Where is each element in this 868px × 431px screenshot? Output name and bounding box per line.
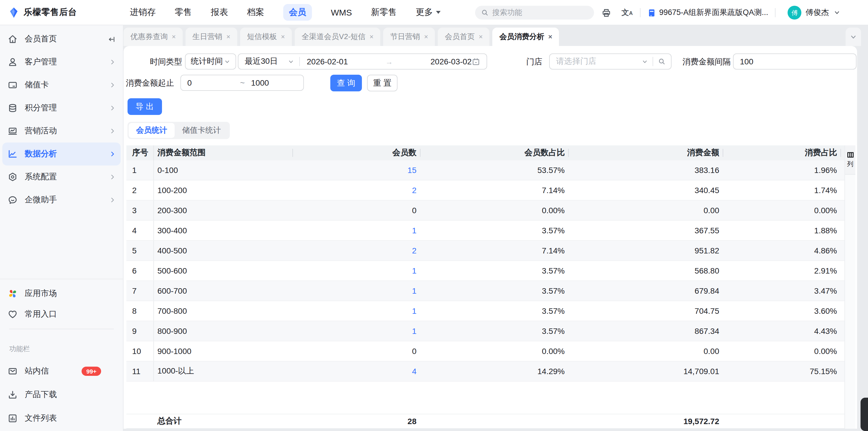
search-store-icon[interactable] <box>658 58 666 65</box>
table-row[interactable]: 5 400-500 2 7.14% 951.82 4.86% <box>126 241 845 261</box>
nav-item[interactable]: WMS <box>331 7 352 17</box>
sidebar-item-customer-management[interactable]: 客户管理 <box>0 51 123 73</box>
close-tab-icon[interactable]: × <box>172 33 176 41</box>
close-tab-icon[interactable]: × <box>281 33 285 41</box>
sidebar-item-inbox[interactable]: 站内信 99+ <box>0 361 123 381</box>
translate-icon[interactable]: 文A <box>622 7 633 18</box>
cell-member-count[interactable]: 1 <box>292 266 420 275</box>
amount-range-to[interactable]: 1000 <box>251 78 269 87</box>
column-header-member-pct[interactable]: 会员数占比 <box>420 148 568 158</box>
cell-member-count[interactable]: 4 <box>292 367 420 376</box>
avatar[interactable]: 傅 <box>788 6 802 20</box>
column-header-range[interactable]: 消费金额范围 <box>154 148 292 158</box>
column-resize-handle[interactable] <box>723 149 723 157</box>
nav-item[interactable]: 零售 <box>175 7 192 18</box>
heart-icon <box>7 309 18 319</box>
reset-button[interactable]: 重 置 <box>367 75 398 91</box>
tab-list-dropdown-button[interactable] <box>846 28 861 46</box>
table-row[interactable]: 8 700-800 1 3.57% 704.75 3.60% <box>126 301 845 321</box>
workspace-tab[interactable]: 会员首页 × <box>438 28 490 46</box>
export-button[interactable]: 导 出 <box>127 98 162 115</box>
close-tab-icon[interactable]: × <box>548 33 552 41</box>
sidebar-item-stored-value-card[interactable]: 储值卡 <box>0 73 123 96</box>
store-selector[interactable]: 99675-A组新界面果蔬版QA测... <box>647 7 768 18</box>
workspace-tab[interactable]: 全渠道会员V2-短信 × <box>295 28 380 46</box>
workspace-tab[interactable]: 会员消费分析 × <box>493 28 559 46</box>
cell-member-count[interactable]: 0 <box>292 346 420 356</box>
chat-bubble-icon <box>7 195 18 205</box>
column-header-amount[interactable]: 消费金额 <box>568 148 723 158</box>
cell-range: 700-800 <box>154 306 292 315</box>
search-input[interactable]: 搜索功能 <box>475 6 594 20</box>
sidebar-item-app-market[interactable]: 应用市场 <box>0 283 123 304</box>
column-header-seq[interactable]: 序号 <box>126 145 154 160</box>
table-row[interactable]: 11 1000-以上 4 14.29% 14,709.01 75.15% <box>126 362 845 381</box>
nav-item[interactable]: 新零售 <box>371 7 397 18</box>
cell-member-count[interactable]: 2 <box>292 186 420 195</box>
workspace-tab[interactable]: 优惠券查询 × <box>124 28 183 46</box>
amount-range-from[interactable]: 0 <box>181 78 234 87</box>
nav-item[interactable]: 会员 <box>283 4 312 21</box>
sidebar-item-wecom-assistant[interactable]: 企微助手 <box>0 188 123 212</box>
cell-member-count[interactable]: 1 <box>292 306 420 315</box>
start-date-value[interactable]: 2026-02-01 <box>307 57 348 66</box>
column-resize-handle[interactable] <box>420 149 421 157</box>
table-row[interactable]: 6 500-600 1 3.57% 568.80 2.91% <box>126 261 845 281</box>
collapse-sidebar-icon[interactable] <box>107 35 116 43</box>
nav-item[interactable]: 更多 <box>415 7 440 18</box>
column-settings-button[interactable]: 列 <box>845 145 855 175</box>
cell-member-count[interactable]: 1 <box>292 327 420 336</box>
table-row[interactable]: 10 900-1000 0 0.00% 0.00 0.00% <box>126 341 845 362</box>
amount-interval-input[interactable]: 100 <box>733 54 857 69</box>
nav-item[interactable]: 报表 <box>211 7 228 18</box>
chevron-down-icon[interactable] <box>834 9 840 16</box>
cell-member-count[interactable]: 2 <box>292 246 420 255</box>
sidebar-item-system-config[interactable]: 系统配置 <box>0 165 123 188</box>
table-row[interactable]: 4 300-400 1 3.57% 367.55 1.88% <box>126 221 845 241</box>
close-tab-icon[interactable]: × <box>424 33 428 41</box>
date-preset-select[interactable]: 最近30日 <box>245 56 294 67</box>
table-row[interactable]: 7 600-700 1 3.57% 679.84 3.47% <box>126 281 845 301</box>
floating-widget[interactable] <box>861 398 868 431</box>
username[interactable]: 傅俊杰 <box>806 7 829 18</box>
store-select[interactable]: 请选择门店 <box>549 54 672 69</box>
amount-range-input[interactable]: 0 ~ 1000 <box>180 75 304 91</box>
sidebar-item-file-list[interactable]: 文件列表 <box>0 408 123 429</box>
sidebar-item-frequent-entry[interactable]: 常用入口 <box>0 304 123 325</box>
nav-item[interactable]: 档案 <box>247 7 264 18</box>
column-resize-handle[interactable] <box>292 149 293 157</box>
cell-member-count[interactable]: 15 <box>292 165 420 175</box>
column-resize-handle[interactable] <box>568 149 569 157</box>
cell-member-count[interactable]: 0 <box>292 206 420 215</box>
table-row[interactable]: 1 0-100 15 53.57% 383.16 1.96% <box>126 160 845 180</box>
stat-tab[interactable]: 储值卡统计 <box>175 123 228 138</box>
close-tab-icon[interactable]: × <box>370 33 374 41</box>
stat-tab[interactable]: 会员统计 <box>129 123 175 138</box>
tab-label: 优惠券查询 <box>130 32 168 42</box>
column-header-amount-pct[interactable]: 消费占比 <box>723 148 845 158</box>
column-resize-handle[interactable] <box>840 149 841 157</box>
close-tab-icon[interactable]: × <box>226 33 230 41</box>
printer-icon[interactable] <box>601 8 611 18</box>
sidebar-item-marketing-activities[interactable]: 营销活动 <box>0 120 123 143</box>
date-range-picker[interactable]: 最近30日 2026-02-01 → 2026-03-02 <box>238 54 487 69</box>
close-tab-icon[interactable]: × <box>479 33 483 41</box>
sidebar-item-member-home[interactable]: 会员首页 <box>0 28 123 51</box>
end-date-value[interactable]: 2026-03-02 <box>431 57 472 66</box>
sidebar-item-product-download[interactable]: 产品下载 <box>0 384 123 405</box>
sidebar-item-data-analysis[interactable]: 数据分析 <box>2 143 121 165</box>
table-row[interactable]: 9 800-900 1 3.57% 867.34 4.43% <box>126 321 845 341</box>
column-header-member-count[interactable]: 会员数 <box>292 148 420 158</box>
workspace-tab[interactable]: 生日营销 × <box>186 28 237 46</box>
workspace-tab[interactable]: 短信模板 × <box>240 28 292 46</box>
workspace-tab[interactable]: 节日营销 × <box>383 28 435 46</box>
table-row[interactable]: 2 100-200 2 7.14% 340.45 1.74% <box>126 180 845 201</box>
cell-member-count[interactable]: 1 <box>292 286 420 296</box>
nav-item[interactable]: 进销存 <box>130 7 156 18</box>
time-type-select[interactable]: 统计时间 <box>185 54 236 69</box>
table-row[interactable]: 3 200-300 0 0.00% 0.00 0.00% <box>126 201 845 221</box>
query-button[interactable]: 查 询 <box>330 75 362 91</box>
sidebar-item-points-management[interactable]: 积分管理 <box>0 96 123 120</box>
store-filter-label: 门店 <box>526 54 542 69</box>
cell-member-count[interactable]: 1 <box>292 226 420 235</box>
